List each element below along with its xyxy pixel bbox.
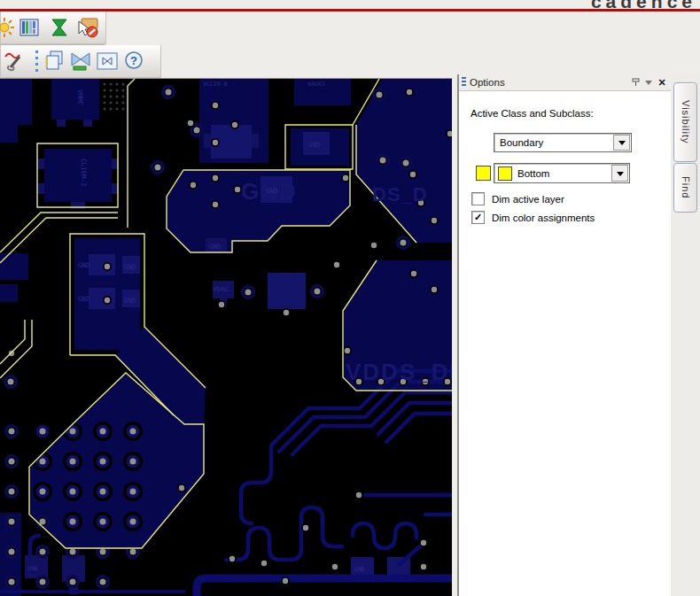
subclass-dropdown-arrow[interactable]	[611, 165, 628, 182]
dim-active-layer-label: Dim active layer	[492, 194, 564, 205]
label-gnd-6: GND	[78, 295, 90, 303]
subclass-dropdown-value: Bottom	[517, 168, 549, 179]
class-dropdown[interactable]: Boundary	[494, 133, 632, 152]
label-gnd-1: GND	[308, 141, 321, 149]
hourglass-button[interactable]	[47, 15, 72, 40]
help-icon: ?	[122, 50, 145, 73]
waveform-probe-icon	[4, 50, 27, 73]
pcb-design-canvas[interactable]: VMMC CL16M-2 VCC28-0 VAUX3 GND GND DS_D …	[0, 78, 452, 596]
tab-find[interactable]: Find	[673, 163, 697, 213]
shape-box-icon	[96, 50, 119, 73]
hourglass-icon	[50, 18, 69, 37]
label-cl16m: CL16M-2	[80, 159, 88, 187]
pin-icon[interactable]	[630, 77, 641, 88]
label-gnd-9: GND	[354, 566, 365, 573]
shape-select-icon	[69, 50, 92, 73]
label-vmmc: VMMC	[76, 89, 84, 105]
sun-brightness-button[interactable]	[0, 15, 17, 40]
options-panel-titlebar: Options ✕	[459, 74, 671, 91]
tab-visibility-label: Visibility	[681, 100, 691, 144]
chevron-down-icon[interactable]	[643, 77, 654, 88]
side-tab-strip: Visibility Find	[671, 74, 700, 596]
options-panel-title: Options	[470, 77, 505, 88]
sun-brightness-icon	[0, 17, 15, 38]
label-ds-d: DS_D	[372, 183, 428, 205]
options-panel: Options ✕ Active Class and Subclass: Bou…	[457, 74, 672, 596]
class-dropdown-value: Boundary	[500, 137, 543, 148]
label-gnd-7: GND	[124, 297, 136, 305]
label-gnd-8: GND	[27, 565, 38, 572]
shape-select-button[interactable]	[68, 49, 93, 74]
select-disabled-cursor-icon	[76, 16, 99, 39]
waveform-probe-button[interactable]	[3, 49, 27, 74]
label-gnd-4: GND	[78, 261, 90, 269]
subclass-dropdown[interactable]: Bottom	[494, 163, 630, 183]
label-vdds: VDDS_DR	[346, 359, 452, 385]
close-icon[interactable]: ✕	[657, 77, 667, 88]
shape-box-button[interactable]	[95, 49, 120, 74]
no-select-button[interactable]	[75, 15, 100, 40]
tab-find-label: Find	[681, 176, 691, 198]
subclass-color-swatch	[498, 166, 512, 181]
color-bars-button[interactable]	[17, 15, 42, 40]
toolbar-separator	[35, 50, 38, 72]
cadence-logo: cadence	[591, 0, 696, 12]
active-class-label: Active Class and Subclass:	[471, 108, 594, 119]
label-gnd-3: GND	[209, 243, 222, 251]
svg-text:?: ?	[130, 54, 137, 67]
tab-visibility[interactable]: Visibility	[673, 82, 697, 162]
dim-active-layer-checkbox[interactable]	[471, 192, 485, 205]
pcb-canvas-svg: VMMC CL16M-2 VCC28-0 VAUX3 GND GND DS_D …	[0, 79, 452, 596]
dim-color-assignments-row: ✓ Dim color assignments	[471, 211, 595, 224]
help-button[interactable]: ?	[121, 49, 146, 74]
label-vaux: VAUX3	[307, 81, 325, 88]
dim-color-assignments-checkbox[interactable]: ✓	[471, 211, 485, 224]
toolbar-row-1	[0, 12, 106, 44]
color-bars-icon	[19, 18, 39, 37]
class-dropdown-arrow[interactable]	[613, 135, 630, 151]
active-layer-color-swatch[interactable]	[476, 166, 491, 181]
copy-documents-icon	[43, 50, 66, 73]
dim-color-assignments-label: Dim color assignments	[492, 213, 595, 223]
label-gnd-5: GND	[124, 263, 136, 271]
label-gnd-2: GND	[266, 187, 278, 195]
copy-documents-button[interactable]	[42, 49, 66, 74]
panel-drag-grip[interactable]	[462, 77, 466, 88]
label-vdac: VDAC	[213, 285, 229, 293]
dim-active-layer-row: Dim active layer	[471, 192, 564, 205]
toolbar-row-2: ?	[0, 45, 161, 78]
label-vcc28: VCC28-0	[203, 81, 227, 88]
